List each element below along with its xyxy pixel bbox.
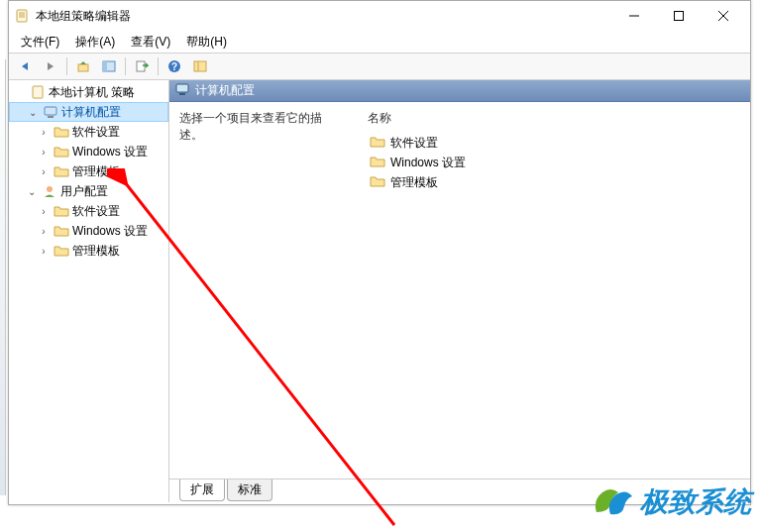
tree-label: 软件设置 xyxy=(72,203,120,220)
folder-icon xyxy=(54,243,69,259)
tree-user-admin-templates[interactable]: › 管理模板 xyxy=(9,241,168,261)
tree-windows-settings[interactable]: › Windows 设置 xyxy=(9,142,168,161)
chevron-right-icon[interactable]: › xyxy=(37,224,51,238)
close-button[interactable] xyxy=(701,2,745,30)
folder-icon xyxy=(54,203,69,219)
folder-icon xyxy=(54,144,69,160)
tree-label: 计算机配置 xyxy=(61,104,121,121)
list-item-templates[interactable]: 管理模板 xyxy=(368,172,740,192)
back-button[interactable] xyxy=(13,55,37,77)
detail-list: 名称 软件设置 Windows 设置 管理模板 xyxy=(368,110,740,471)
tab-standard[interactable]: 标准 xyxy=(227,479,272,501)
chevron-right-icon[interactable]: › xyxy=(37,125,51,139)
tree-software-settings[interactable]: › 软件设置 xyxy=(9,122,168,142)
window-title: 本地组策略编辑器 xyxy=(36,8,611,25)
detail-tabs: 扩展 标准 xyxy=(169,479,750,502)
chevron-down-icon[interactable]: ⌄ xyxy=(25,184,39,198)
expander-icon xyxy=(13,85,27,99)
tree-label: 用户配置 xyxy=(60,183,108,200)
svg-rect-21 xyxy=(179,93,185,95)
list-item-software[interactable]: 软件设置 xyxy=(368,133,740,153)
maximize-button[interactable] xyxy=(656,2,701,30)
chevron-right-icon[interactable]: › xyxy=(37,145,51,159)
title-bar: 本地组策略编辑器 xyxy=(9,1,750,31)
tree-user-windows-settings[interactable]: › Windows 设置 xyxy=(9,221,168,241)
svg-rect-8 xyxy=(78,64,88,71)
list-item-label: Windows 设置 xyxy=(390,155,466,171)
toolbar: ? xyxy=(9,53,750,80)
tree-admin-templates[interactable]: › 管理模板 xyxy=(9,161,168,181)
chevron-down-icon[interactable]: ⌄ xyxy=(26,105,40,119)
filter-button[interactable] xyxy=(188,55,212,77)
list-item-label: 管理模板 xyxy=(390,174,438,191)
tree-label: 管理模板 xyxy=(72,163,120,180)
tree-computer-config[interactable]: ⌄ 计算机配置 xyxy=(9,102,168,122)
policy-icon xyxy=(30,84,46,100)
menu-help[interactable]: 帮助(H) xyxy=(178,32,235,53)
svg-rect-11 xyxy=(137,61,145,71)
svg-rect-5 xyxy=(674,12,683,21)
tree-user-software-settings[interactable]: › 软件设置 xyxy=(9,201,168,221)
app-icon xyxy=(14,8,30,24)
toolbar-separator xyxy=(125,57,126,75)
window-controls xyxy=(611,1,745,31)
tree-root[interactable]: 本地计算机 策略 xyxy=(9,82,168,102)
svg-rect-0 xyxy=(17,10,27,22)
toolbar-separator xyxy=(66,57,67,75)
minimize-button[interactable] xyxy=(611,2,656,30)
chevron-right-icon[interactable]: › xyxy=(37,164,51,178)
tree-label: Windows 设置 xyxy=(72,223,148,240)
list-item-label: 软件设置 xyxy=(390,135,438,152)
menu-action[interactable]: 操作(A) xyxy=(67,32,123,53)
export-button[interactable] xyxy=(130,55,154,77)
computer-icon xyxy=(175,82,189,99)
list-item-windows[interactable]: Windows 设置 xyxy=(368,153,740,172)
folder-icon xyxy=(370,174,385,191)
tab-extended[interactable]: 扩展 xyxy=(179,479,225,501)
svg-rect-18 xyxy=(48,116,54,118)
folder-icon xyxy=(370,135,385,152)
external-sliver xyxy=(0,59,6,495)
svg-rect-20 xyxy=(176,84,188,92)
tree-label: 管理模板 xyxy=(72,243,120,260)
folder-icon xyxy=(54,223,69,239)
user-icon xyxy=(42,183,57,199)
client-area: 本地计算机 策略 ⌄ 计算机配置 › 软件设置 › Windows 设置 xyxy=(9,80,750,502)
detail-pane: 计算机配置 选择一个项目来查看它的描述。 名称 软件设置 Windows 设置 xyxy=(169,80,750,502)
detail-header: 计算机配置 xyxy=(169,80,750,102)
tree-label: 软件设置 xyxy=(72,124,120,141)
svg-rect-14 xyxy=(194,61,206,71)
column-header-name[interactable]: 名称 xyxy=(368,110,740,127)
help-button[interactable]: ? xyxy=(163,55,186,77)
tree-pane[interactable]: 本地计算机 策略 ⌄ 计算机配置 › 软件设置 › Windows 设置 xyxy=(9,80,169,502)
detail-content: 选择一个项目来查看它的描述。 名称 软件设置 Windows 设置 管理模板 xyxy=(169,102,750,479)
gpedit-window: 本地组策略编辑器 文件(F) 操作(A) 查看(V) 帮助(H) ? xyxy=(8,0,751,505)
detail-header-title: 计算机配置 xyxy=(195,82,255,99)
folder-icon xyxy=(54,163,69,179)
tree-label: Windows 设置 xyxy=(72,144,148,160)
detail-description: 选择一个项目来查看它的描述。 xyxy=(179,110,338,471)
show-hide-tree-button[interactable] xyxy=(97,55,121,77)
chevron-right-icon[interactable]: › xyxy=(37,244,51,258)
svg-point-19 xyxy=(47,186,53,192)
tree-label: 本地计算机 策略 xyxy=(49,84,135,101)
menu-view[interactable]: 查看(V) xyxy=(123,32,178,53)
folder-icon xyxy=(370,155,385,171)
tree-user-config[interactable]: ⌄ 用户配置 xyxy=(9,181,168,201)
forward-button[interactable] xyxy=(39,55,62,77)
computer-icon xyxy=(43,104,58,120)
svg-rect-17 xyxy=(45,107,56,115)
toolbar-separator xyxy=(158,57,159,75)
svg-rect-10 xyxy=(103,61,107,71)
svg-text:?: ? xyxy=(171,61,177,72)
folder-icon xyxy=(54,124,69,140)
up-button[interactable] xyxy=(71,55,95,77)
chevron-right-icon[interactable]: › xyxy=(37,204,51,218)
menu-bar: 文件(F) 操作(A) 查看(V) 帮助(H) xyxy=(9,31,750,53)
svg-rect-16 xyxy=(33,86,43,98)
menu-file[interactable]: 文件(F) xyxy=(13,32,67,53)
